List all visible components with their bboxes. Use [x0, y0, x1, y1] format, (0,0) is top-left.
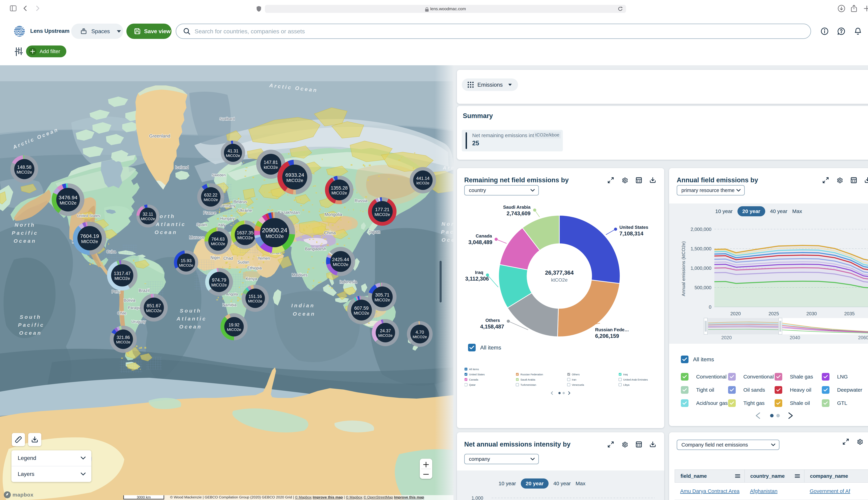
- svg-text:MtCO2e: MtCO2e: [141, 217, 155, 221]
- svg-text:South: South: [20, 314, 42, 320]
- svg-text:851.67: 851.67: [147, 303, 161, 308]
- svg-text:MtCO2e: MtCO2e: [211, 242, 225, 246]
- svg-text:Yemen: Yemen: [258, 256, 270, 261]
- svg-text:Indonesia: Indonesia: [340, 280, 357, 284]
- svg-text:177.21: 177.21: [375, 207, 390, 212]
- svg-text:Atlantic: Atlantic: [156, 221, 186, 227]
- svg-text:All items: All items: [469, 368, 479, 371]
- svg-text:441.14: 441.14: [416, 176, 430, 181]
- svg-text:China: China: [324, 230, 336, 236]
- svg-text:MtCO2e: MtCO2e: [286, 178, 303, 183]
- svg-text:1317.47: 1317.47: [114, 271, 131, 276]
- svg-text:Ukraine: Ukraine: [238, 208, 252, 213]
- svg-text:Bangladesh: Bangladesh: [305, 247, 326, 251]
- svg-text:MtCO2e: MtCO2e: [227, 327, 241, 332]
- svg-text:2,000,000: 2,000,000: [690, 227, 711, 232]
- svg-text:15.93: 15.93: [181, 258, 192, 263]
- svg-text:Uruguay: Uruguay: [131, 319, 146, 324]
- svg-text:2040: 2040: [790, 335, 800, 340]
- svg-text:Japan: Japan: [368, 229, 380, 234]
- svg-text:Indian: Indian: [291, 303, 315, 308]
- svg-text:19.92: 19.92: [229, 322, 240, 327]
- svg-text:Svalbard: Svalbard: [220, 117, 235, 121]
- svg-text:Canada: Canada: [469, 378, 478, 381]
- svg-text:ktCO2e: ktCO2e: [551, 277, 568, 283]
- svg-text:Russian Fede…: Russian Fede…: [595, 327, 629, 332]
- svg-text:2035: 2035: [844, 311, 855, 316]
- svg-text:Ocean: Ocean: [179, 324, 202, 330]
- svg-text:United Arab Emirates: United Arab Emirates: [623, 378, 648, 381]
- svg-text:MtCO2e: MtCO2e: [81, 239, 98, 244]
- svg-text:Sudan: Sudan: [238, 260, 249, 264]
- svg-text:MtCO2e: MtCO2e: [237, 236, 253, 240]
- svg-text:Hungary: Hungary: [220, 216, 235, 221]
- svg-text:Ocean: Ocean: [19, 330, 42, 336]
- svg-text:Atlantic: Atlantic: [176, 316, 207, 321]
- svg-text:Mongolia: Mongolia: [324, 212, 342, 217]
- svg-text:MtCO2e: MtCO2e: [375, 212, 390, 217]
- svg-text:147.81: 147.81: [264, 160, 278, 165]
- svg-text:MtCO2e: MtCO2e: [413, 335, 427, 339]
- svg-text:ktCO2e: ktCO2e: [264, 165, 278, 170]
- svg-text:Pacific: Pacific: [18, 322, 45, 328]
- svg-text:North: North: [14, 222, 35, 228]
- svg-text:2030: 2030: [807, 311, 817, 316]
- svg-text:MtCO2e: MtCO2e: [375, 298, 390, 302]
- svg-text:2,743,609: 2,743,609: [506, 211, 530, 216]
- svg-text:Chile: Chile: [117, 311, 126, 316]
- svg-text:MtCO2e: MtCO2e: [60, 200, 77, 206]
- svg-text:MtCO2e: MtCO2e: [146, 308, 161, 313]
- svg-text:Kenya: Kenya: [245, 276, 257, 281]
- svg-text:7604.19: 7604.19: [80, 233, 99, 239]
- svg-text:United States: United States: [619, 225, 648, 230]
- svg-text:Russia: Russia: [355, 198, 367, 203]
- svg-text:148.58: 148.58: [17, 164, 32, 170]
- svg-text:Annual emissions (ktCO2e): Annual emissions (ktCO2e): [681, 241, 686, 296]
- svg-text:Belarus: Belarus: [233, 200, 247, 204]
- svg-text:Cuba: Cuba: [106, 249, 116, 254]
- svg-text:Saudi Arabia: Saudi Arabia: [521, 378, 535, 381]
- svg-text:7,108,314: 7,108,314: [619, 230, 643, 237]
- svg-text:MtCO2e: MtCO2e: [266, 234, 284, 239]
- svg-text:MtCO2e: MtCO2e: [204, 197, 218, 202]
- svg-text:3476.94: 3476.94: [59, 195, 77, 200]
- svg-text:6,206,159: 6,206,159: [595, 333, 619, 339]
- svg-text:MtCO2e: MtCO2e: [226, 154, 240, 158]
- svg-text:Ethiopia: Ethiopia: [247, 266, 262, 270]
- svg-text:20900.24: 20900.24: [262, 227, 287, 234]
- svg-text:500,000: 500,000: [694, 285, 711, 290]
- svg-text:24.37: 24.37: [380, 328, 391, 333]
- svg-text:Turkmenistan: Turkmenistan: [521, 383, 536, 386]
- svg-text:MtCO2e: MtCO2e: [333, 262, 348, 267]
- svg-text:1355.28: 1355.28: [331, 185, 348, 191]
- svg-text:MtCO2e: MtCO2e: [354, 311, 369, 316]
- svg-text:26,377,364: 26,377,364: [545, 270, 574, 276]
- svg-text:Canada: Canada: [476, 233, 492, 239]
- svg-text:1637.35: 1637.35: [237, 230, 254, 236]
- svg-text:305.71: 305.71: [375, 292, 390, 298]
- svg-text:Niger: Niger: [210, 255, 220, 260]
- svg-text:Chad: Chad: [224, 256, 233, 261]
- svg-text:607.59: 607.59: [354, 306, 369, 311]
- svg-text:Qatar: Qatar: [469, 383, 476, 386]
- svg-text:Spain: Spain: [196, 222, 207, 227]
- svg-text:MtCO2e: MtCO2e: [116, 340, 130, 344]
- svg-text:Russian Federation: Russian Federation: [521, 373, 543, 376]
- svg-text:3,048,489: 3,048,489: [468, 239, 492, 245]
- svg-text:6933.24: 6933.24: [285, 172, 304, 178]
- svg-text:MtCO2e: MtCO2e: [378, 333, 392, 338]
- svg-text:Morocco: Morocco: [189, 235, 205, 240]
- svg-text:Italy: Italy: [218, 223, 226, 227]
- svg-text:South: South: [180, 308, 202, 314]
- svg-text:2060: 2060: [858, 335, 868, 340]
- svg-text:Brazil: Brazil: [139, 288, 150, 293]
- svg-text:764.63: 764.63: [212, 237, 225, 241]
- svg-text:Ocean: Ocean: [293, 311, 316, 317]
- svg-text:41.31: 41.31: [228, 148, 239, 153]
- svg-text:1,500,000: 1,500,000: [690, 246, 711, 251]
- svg-text:Iran: Iran: [572, 378, 576, 381]
- svg-text:151.16: 151.16: [249, 294, 262, 299]
- svg-text:Others: Others: [572, 373, 580, 376]
- svg-text:32.11: 32.11: [143, 212, 153, 216]
- svg-text:4,158,487: 4,158,487: [480, 323, 504, 330]
